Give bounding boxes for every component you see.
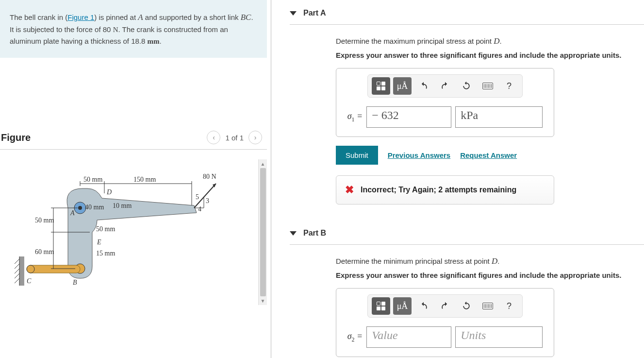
part-a-bold-instruction: Express your answer to three significant… xyxy=(336,51,644,59)
units-symbols-button[interactable]: μÅ xyxy=(393,297,412,315)
templates-button[interactable] xyxy=(372,77,390,95)
scroll-down-icon[interactable]: ▼ xyxy=(261,298,265,303)
scroll-up-icon[interactable]: ▲ xyxy=(261,161,265,166)
svg-text:D: D xyxy=(106,188,112,196)
part-b-answer-row: σ2 = Value Units xyxy=(343,326,547,348)
svg-line-7 xyxy=(15,259,19,264)
var-A: A xyxy=(138,13,143,22)
svg-line-10 xyxy=(15,273,19,278)
answer-toolbar-b: μÅ ? xyxy=(367,294,523,318)
problem-text: The bell crank in ( xyxy=(10,13,67,21)
figure-link[interactable]: Figure 1 xyxy=(67,13,94,21)
part-a-body: Determine the maximum principal stress a… xyxy=(290,36,644,205)
figure-body: 80 N 50 mm 150 mm D 40 mm 10 mm 50 mm A … xyxy=(0,150,267,305)
keyboard-icon xyxy=(482,303,493,309)
scroll-thumb[interactable] xyxy=(260,168,266,296)
part-a-instruction: Determine the maximum principal stress a… xyxy=(336,36,644,46)
part-a-value-input[interactable]: − 632 xyxy=(366,106,451,128)
svg-text:50 mm: 50 mm xyxy=(96,225,115,233)
svg-text:3: 3 xyxy=(206,197,209,205)
figure-next-button[interactable]: › xyxy=(248,131,262,144)
undo-button[interactable] xyxy=(414,297,433,315)
svg-text:50 mm: 50 mm xyxy=(83,176,102,183)
undo-button[interactable] xyxy=(414,77,433,95)
svg-text:C: C xyxy=(27,277,32,285)
svg-text:5: 5 xyxy=(196,193,199,201)
submit-button[interactable]: Submit xyxy=(336,146,378,165)
feedback-text: Incorrect; Try Again; 2 attempts remaini… xyxy=(361,186,516,194)
answer-toolbar: μÅ ? xyxy=(367,74,523,98)
var-BC: BC xyxy=(241,13,251,22)
left-panel: The bell crank in (Figure 1) is pinned a… xyxy=(0,0,267,358)
part-b-body: Determine the minimum principal stress a… xyxy=(290,256,644,357)
svg-text:80 N: 80 N xyxy=(203,173,216,180)
part-b-header[interactable]: Part B xyxy=(290,224,644,245)
undo-icon xyxy=(419,301,429,311)
caret-down-icon xyxy=(290,231,297,236)
svg-rect-5 xyxy=(19,256,24,286)
figure-header: Figure ‹ 1 of 1 › xyxy=(0,131,267,150)
svg-text:4: 4 xyxy=(198,205,201,213)
units-symbols-button[interactable]: μÅ xyxy=(393,77,412,95)
svg-line-8 xyxy=(15,264,19,269)
undo-icon xyxy=(419,81,429,91)
right-panel: Part A Determine the maximum principal s… xyxy=(275,0,644,358)
help-button[interactable]: ? xyxy=(500,77,518,95)
sigma1-label: σ1 = xyxy=(347,111,363,123)
part-a-answer-box: μÅ ? σ1 = − 632 kPa xyxy=(336,68,554,137)
svg-text:50 mm: 50 mm xyxy=(35,217,54,224)
svg-text:40 mm: 40 mm xyxy=(85,204,104,211)
part-b-section: Part B Determine the minimum principal s… xyxy=(290,224,644,357)
part-a-header[interactable]: Part A xyxy=(290,4,644,25)
feedback-box: ✖ Incorrect; Try Again; 2 attempts remai… xyxy=(336,175,554,205)
problem-statement: The bell crank in (Figure 1) is pinned a… xyxy=(0,0,267,58)
figure-image: 80 N 50 mm 150 mm D 40 mm 10 mm 50 mm A … xyxy=(0,159,258,305)
reset-button[interactable] xyxy=(457,77,476,95)
figure-page-indicator: 1 of 1 xyxy=(225,134,244,142)
svg-text:150 mm: 150 mm xyxy=(133,176,156,183)
redo-button[interactable] xyxy=(436,297,454,315)
templates-icon xyxy=(377,82,385,90)
part-b-answer-box: μÅ ? σ2 = Value Units xyxy=(336,288,554,357)
incorrect-icon: ✖ xyxy=(345,184,354,196)
part-a-actions: Submit Previous Answers Request Answer xyxy=(336,146,644,165)
svg-point-1 xyxy=(78,206,82,210)
sigma2-label: σ2 = xyxy=(347,331,363,343)
part-a-title: Part A xyxy=(303,9,326,17)
redo-icon xyxy=(440,301,450,311)
redo-icon xyxy=(440,81,450,91)
templates-button[interactable] xyxy=(372,297,390,315)
request-answer-link[interactable]: Request Answer xyxy=(460,151,517,159)
redo-button[interactable] xyxy=(436,77,454,95)
svg-text:A: A xyxy=(70,209,75,217)
previous-answers-link[interactable]: Previous Answers xyxy=(388,151,451,159)
part-b-value-input[interactable]: Value xyxy=(366,326,451,348)
svg-line-9 xyxy=(15,269,19,273)
part-b-title: Part B xyxy=(303,229,326,238)
svg-text:10 mm: 10 mm xyxy=(113,202,132,209)
reset-button[interactable] xyxy=(457,297,476,315)
templates-icon xyxy=(377,302,385,310)
svg-line-11 xyxy=(15,278,19,283)
reset-icon xyxy=(462,81,471,91)
svg-text:E: E xyxy=(97,239,101,246)
part-b-units-input[interactable]: Units xyxy=(455,326,543,348)
help-button[interactable]: ? xyxy=(500,297,518,315)
figure-nav: ‹ 1 of 1 › xyxy=(207,131,262,144)
keyboard-button[interactable] xyxy=(479,297,497,315)
part-a-units-input[interactable]: kPa xyxy=(455,106,543,128)
part-a-answer-row: σ1 = − 632 kPa xyxy=(343,106,547,128)
caret-down-icon xyxy=(290,11,297,16)
svg-text:B: B xyxy=(73,279,77,286)
figure-section: Figure ‹ 1 of 1 › xyxy=(0,131,267,305)
part-b-instruction: Determine the minimum principal stress a… xyxy=(336,256,644,266)
keyboard-button[interactable] xyxy=(479,77,497,95)
svg-point-4 xyxy=(27,265,34,273)
svg-text:15 mm: 15 mm xyxy=(96,250,115,257)
part-b-bold-instruction: Express your answer to three significant… xyxy=(336,271,644,279)
figure-prev-button[interactable]: ‹ xyxy=(207,131,220,144)
keyboard-icon xyxy=(482,83,493,89)
figure-title: Figure xyxy=(1,132,31,143)
panel-divider xyxy=(271,0,271,358)
figure-scrollbar[interactable]: ▲ ▼ xyxy=(258,159,267,305)
